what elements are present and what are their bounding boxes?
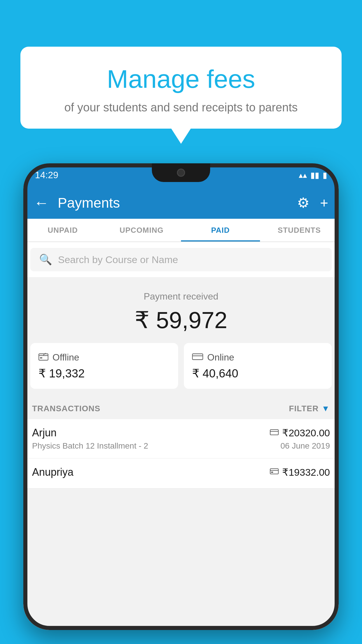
transaction-date-arjun: 06 June 2019 — [280, 441, 330, 451]
tab-unpaid[interactable]: UNPAID — [23, 219, 102, 242]
search-placeholder: Search by Course or Name — [58, 254, 178, 265]
transaction-row-anupriya[interactable]: Anupriya ₹19332.00 — [23, 459, 339, 489]
transaction-card-icon — [270, 428, 279, 438]
filter-label: FILTER — [289, 404, 319, 413]
phone-mockup: 14:29 ▴▴ ▮▮ ▮ ← Payments ⚙ + UNPAID — [23, 163, 339, 644]
tab-upcoming[interactable]: UPCOMING — [102, 219, 181, 242]
offline-label: Offline — [52, 352, 79, 363]
back-button[interactable]: ← — [34, 194, 49, 211]
notch-camera — [177, 169, 185, 177]
online-amount: ₹ 40,640 — [192, 367, 324, 380]
svg-rect-7 — [270, 469, 278, 474]
bubble-subtitle: of your students and send receipts to pa… — [35, 101, 327, 114]
filter-button[interactable]: FILTER ▼ — [289, 404, 330, 413]
online-payment-card: Online ₹ 40,640 — [184, 343, 332, 389]
app-screen: ← Payments ⚙ + UNPAID UPCOMING PAID — [23, 187, 339, 630]
transaction-detail-arjun: Physics Batch 12 Installment - 2 — [32, 441, 148, 451]
phone-notch — [152, 163, 210, 182]
search-container: 🔍 Search by Course or Name — [23, 242, 339, 277]
payment-received-section: Payment received ₹ 59,972 — [23, 277, 339, 343]
page-title: Payments — [58, 195, 297, 211]
wifi-icon: ▴▴ — [299, 170, 307, 180]
transaction-amount-arjun: ₹20320.00 — [282, 427, 330, 439]
phone-frame: 14:29 ▴▴ ▮▮ ▮ ← Payments ⚙ + UNPAID — [23, 163, 339, 630]
tab-paid[interactable]: PAID — [181, 219, 260, 242]
svg-rect-9 — [271, 472, 273, 473]
add-icon[interactable]: + — [320, 195, 328, 211]
transaction-row-arjun[interactable]: Arjun ₹20320.00 Physics Batch 12 Install… — [23, 419, 339, 459]
transactions-label: TRANSACTIONS — [32, 404, 100, 413]
transaction-amount-wrap-anupriya: ₹19332.00 — [270, 466, 330, 478]
transaction-name-arjun: Arjun — [32, 427, 57, 439]
filter-icon: ▼ — [321, 404, 330, 413]
transaction-amount-anupriya: ₹19332.00 — [282, 466, 330, 478]
online-card-header: Online — [192, 352, 324, 363]
offline-icon — [38, 352, 48, 363]
transaction-amount-wrap-arjun: ₹20320.00 — [270, 427, 330, 439]
tab-students[interactable]: STUDENTS — [260, 219, 339, 242]
bubble-title: Manage fees — [35, 64, 327, 94]
offline-card-header: Offline — [38, 352, 170, 363]
transaction-bottom-arjun: Physics Batch 12 Installment - 2 06 June… — [32, 441, 330, 451]
svg-rect-2 — [40, 357, 42, 358]
transaction-offline-icon — [270, 468, 279, 477]
online-label: Online — [207, 352, 234, 363]
tab-bar: UNPAID UPCOMING PAID STUDENTS — [23, 219, 339, 242]
offline-payment-card: Offline ₹ 19,332 — [30, 343, 178, 389]
transaction-top-anupriya: Anupriya ₹19332.00 — [32, 466, 330, 478]
payment-cards: Offline ₹ 19,332 Online — [23, 343, 339, 398]
status-time: 14:29 — [35, 170, 58, 181]
transaction-name-anupriya: Anupriya — [32, 466, 73, 478]
svg-rect-3 — [192, 354, 203, 360]
transactions-header: TRANSACTIONS FILTER ▼ — [23, 398, 339, 419]
signal-icon: ▮▮ — [310, 170, 319, 180]
settings-icon[interactable]: ⚙ — [297, 195, 310, 211]
search-icon: 🔍 — [39, 253, 52, 266]
offline-amount: ₹ 19,332 — [38, 367, 170, 380]
online-icon — [192, 352, 203, 363]
payment-received-amount: ₹ 59,972 — [23, 307, 339, 334]
search-box[interactable]: 🔍 Search by Course or Name — [30, 248, 332, 271]
transaction-top-arjun: Arjun ₹20320.00 — [32, 427, 330, 439]
status-icons: ▴▴ ▮▮ ▮ — [299, 170, 327, 180]
top-bar: ← Payments ⚙ + — [23, 187, 339, 219]
payment-received-label: Payment received — [23, 291, 339, 302]
battery-icon: ▮ — [323, 170, 327, 180]
svg-rect-5 — [270, 430, 278, 435]
top-bar-actions: ⚙ + — [297, 195, 328, 211]
speech-bubble: Manage fees of your students and send re… — [20, 47, 342, 129]
